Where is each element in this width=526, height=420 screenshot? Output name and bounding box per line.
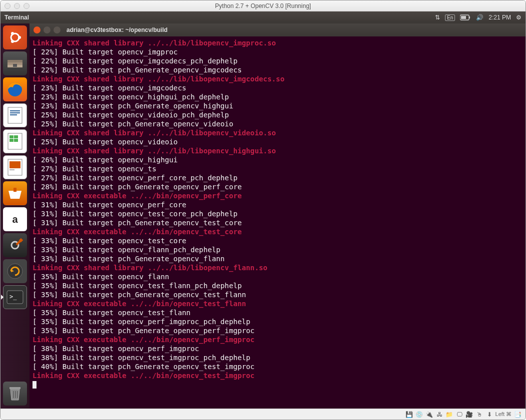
keyboard-indicator[interactable]: En xyxy=(445,14,455,21)
svg-rect-15 xyxy=(10,114,17,115)
svg-rect-17 xyxy=(10,135,14,138)
terminal-title: adrian@cv3testbox: ~/opencv/build xyxy=(66,26,168,33)
sound-indicator-icon[interactable]: 🔊 xyxy=(476,14,484,21)
svg-rect-33 xyxy=(17,391,18,398)
launcher-dash-icon[interactable] xyxy=(3,25,27,49)
svg-point-5 xyxy=(11,32,14,35)
svg-rect-19 xyxy=(10,139,14,142)
launcher-terminal-icon[interactable]: >_ xyxy=(3,285,27,309)
network-indicator-icon[interactable]: ⇅ xyxy=(435,14,440,21)
svg-rect-13 xyxy=(10,110,20,111)
vb-menu-icon[interactable]: 📑 xyxy=(514,411,522,419)
svg-rect-23 xyxy=(10,169,14,170)
launcher-firefox-icon[interactable] xyxy=(3,77,27,101)
svg-point-4 xyxy=(18,36,21,39)
vb-hostkey-icon[interactable]: ⬇ xyxy=(486,411,494,419)
launcher-calc-icon[interactable] xyxy=(3,129,27,153)
launcher-software-icon[interactable] xyxy=(3,181,27,205)
svg-rect-14 xyxy=(10,112,20,113)
svg-point-6 xyxy=(11,40,14,43)
launcher-impress-icon[interactable] xyxy=(3,155,27,179)
terminal-close-button[interactable] xyxy=(34,26,40,33)
amazon-logo-icon: a xyxy=(12,214,18,225)
vb-optical-icon[interactable]: 💿 xyxy=(416,411,424,419)
clock[interactable]: 2:21 PM xyxy=(488,14,511,21)
launcher-amazon-icon[interactable]: a xyxy=(3,207,27,231)
vb-display-icon[interactable]: 🖵 xyxy=(456,411,464,419)
svg-rect-22 xyxy=(10,161,20,168)
launcher-updater-icon[interactable] xyxy=(3,259,27,283)
virtualbox-window: Python 2.7 + OpenCV 3.0 [Running] Termin… xyxy=(0,0,526,420)
vb-hdd-icon[interactable]: 💾 xyxy=(406,411,414,419)
vb-hostkey-label: Left ⌘ xyxy=(496,411,512,418)
vb-usb-icon[interactable]: 🔌 xyxy=(426,411,434,419)
terminal-maximize-button[interactable] xyxy=(54,26,60,33)
svg-rect-7 xyxy=(8,60,22,62)
ubuntu-menubar: Terminal ⇅ En 🔊 2:21 PM ⚙ xyxy=(0,11,526,23)
vm-display-area: Terminal ⇅ En 🔊 2:21 PM ⚙ xyxy=(0,11,526,409)
svg-text:>_: >_ xyxy=(10,293,17,300)
vb-shared-folder-icon[interactable]: 📁 xyxy=(446,411,454,419)
svg-rect-2 xyxy=(461,16,466,19)
svg-rect-32 xyxy=(15,391,16,398)
svg-rect-18 xyxy=(14,135,18,138)
launcher-settings-icon[interactable] xyxy=(3,233,27,257)
launcher-files-icon[interactable] xyxy=(3,51,27,75)
battery-indicator-icon[interactable] xyxy=(460,14,471,20)
terminal-minimize-button[interactable] xyxy=(44,26,50,33)
unity-launcher: a >_ xyxy=(0,23,30,409)
vb-mouse-icon[interactable]: 🖱 xyxy=(476,411,484,419)
svg-rect-10 xyxy=(13,64,17,67)
launcher-writer-icon[interactable] xyxy=(3,103,27,127)
svg-rect-20 xyxy=(14,139,18,142)
launcher-trash-icon[interactable] xyxy=(3,382,27,406)
vb-network-icon[interactable]: 🖧 xyxy=(436,411,444,419)
svg-rect-1 xyxy=(469,16,470,18)
svg-point-27 xyxy=(8,264,22,279)
svg-rect-30 xyxy=(10,387,20,389)
mac-titlebar: Python 2.7 + OpenCV 3.0 [Running] xyxy=(0,0,526,11)
menubar-app-name[interactable]: Terminal xyxy=(4,14,29,21)
svg-rect-31 xyxy=(13,391,14,398)
terminal-window: adrian@cv3testbox: ~/opencv/build Linkin… xyxy=(30,23,526,409)
virtualbox-statusbar: 💾 💿 🔌 🖧 📁 🖵 🎥 🖱 ⬇ Left ⌘ 📑 xyxy=(0,409,526,420)
ubuntu-desktop: a >_ xyxy=(0,23,526,409)
svg-rect-24 xyxy=(14,188,16,192)
terminal-output[interactable]: Linking CXX shared library ../../lib/lib… xyxy=(30,36,526,409)
mac-window-title: Python 2.7 + OpenCV 3.0 [Running] xyxy=(0,2,526,9)
vb-video-icon[interactable]: 🎥 xyxy=(466,411,474,419)
session-indicator-icon[interactable]: ⚙ xyxy=(516,14,522,21)
terminal-titlebar[interactable]: adrian@cv3testbox: ~/opencv/build xyxy=(30,23,526,36)
